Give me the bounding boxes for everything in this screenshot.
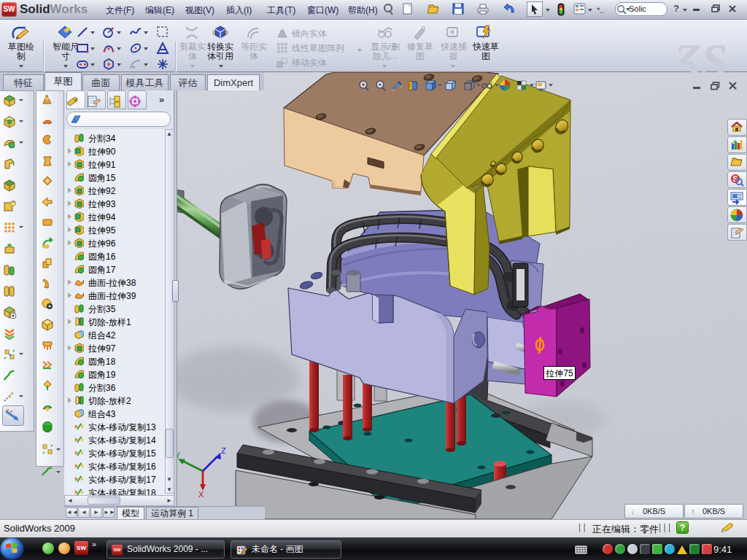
svg-text:X: X (198, 490, 204, 499)
svg-text:Z: Z (221, 446, 226, 455)
